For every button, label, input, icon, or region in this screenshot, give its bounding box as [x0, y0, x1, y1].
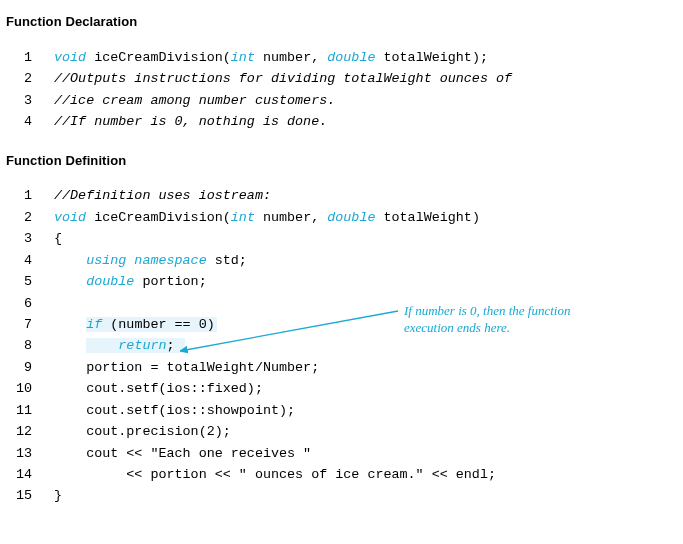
line-number: 2	[4, 68, 32, 89]
line-number: 4	[4, 111, 32, 132]
code-text: iceCreamDivision(	[86, 210, 231, 225]
keyword: void	[54, 210, 86, 225]
line-number: 9	[4, 357, 32, 378]
highlight: return;	[86, 338, 184, 353]
line-number: 6	[4, 293, 32, 314]
code-text: number,	[255, 50, 327, 65]
highlight: if (number == 0)	[86, 317, 217, 332]
line-number: 7	[4, 314, 32, 335]
code-line: 1 //Definition uses iostream:	[4, 185, 671, 206]
code-content: void iceCreamDivision(int number, double…	[32, 47, 488, 68]
comment: //ice cream among number customers.	[32, 90, 335, 111]
code-line: 2 void iceCreamDivision(int number, doub…	[4, 207, 671, 228]
code-text: number,	[255, 210, 327, 225]
line-number: 3	[4, 228, 32, 249]
code-text: (number == 0)	[102, 317, 215, 332]
code-line: 3 {	[4, 228, 671, 249]
section-heading-definition: Function Definition	[4, 151, 671, 172]
code-line: 14 << portion << " ounces of ice cream."…	[4, 464, 671, 485]
code-line: 2 //Outputs instructions for dividing to…	[4, 68, 671, 89]
comment: //Definition uses iostream:	[32, 185, 271, 206]
code-content: using namespace std;	[32, 250, 247, 271]
code-content: portion = totalWeight/Number;	[32, 357, 319, 378]
line-number: 15	[4, 485, 32, 506]
code-line: 13 cout << "Each one receives "	[4, 443, 671, 464]
code-line: 8 return;	[4, 335, 671, 356]
code-content: cout.setf(ios::showpoint);	[32, 400, 295, 421]
keyword: int	[231, 210, 255, 225]
code-content: cout.setf(ios::fixed);	[32, 378, 263, 399]
line-number: 8	[4, 335, 32, 356]
line-number: 13	[4, 443, 32, 464]
line-number: 14	[4, 464, 32, 485]
code-line: 7 if (number == 0)	[4, 314, 671, 335]
code-text: {	[32, 228, 62, 249]
code-text: cout << "Each one receives "	[86, 446, 311, 461]
code-content: void iceCreamDivision(int number, double…	[32, 207, 480, 228]
code-text: portion;	[134, 274, 206, 289]
comment: //If number is 0, nothing is done.	[32, 111, 327, 132]
keyword: return	[118, 338, 166, 353]
code-content: return;	[32, 335, 185, 356]
line-number: 1	[4, 47, 32, 68]
code-text: << portion << " ounces of ice cream." <<…	[86, 467, 496, 482]
section-heading-declaration: Function Declaration	[4, 12, 671, 33]
code-text: ;	[167, 338, 175, 353]
code-content: double portion;	[32, 271, 207, 292]
line-number: 10	[4, 378, 32, 399]
code-line: 4 using namespace std;	[4, 250, 671, 271]
code-text: portion = totalWeight/Number;	[86, 360, 319, 375]
code-content: if (number == 0)	[32, 314, 217, 335]
code-text: totalWeight)	[375, 210, 479, 225]
code-text: cout.setf(ios::fixed);	[86, 381, 263, 396]
code-content: << portion << " ounces of ice cream." <<…	[32, 464, 496, 485]
code-block-declaration: 1 void iceCreamDivision(int number, doub…	[4, 47, 671, 133]
keyword: void	[54, 50, 86, 65]
code-line: 15 }	[4, 485, 671, 506]
keyword: double	[327, 50, 375, 65]
code-text: cout.setf(ios::showpoint);	[86, 403, 295, 418]
code-block-definition: 1 //Definition uses iostream: 2 void ice…	[4, 185, 671, 507]
code-line: 11 cout.setf(ios::showpoint);	[4, 400, 671, 421]
code-content: cout << "Each one receives "	[32, 443, 311, 464]
code-line: 3 //ice cream among number customers.	[4, 90, 671, 111]
line-number: 2	[4, 207, 32, 228]
code-text: cout.precision(2);	[86, 424, 231, 439]
code-line: 10 cout.setf(ios::fixed);	[4, 378, 671, 399]
code-text: std;	[207, 253, 247, 268]
code-line: 1 void iceCreamDivision(int number, doub…	[4, 47, 671, 68]
keyword: using namespace	[86, 253, 207, 268]
keyword: double	[327, 210, 375, 225]
line-number: 4	[4, 250, 32, 271]
keyword: double	[86, 274, 134, 289]
comment: //Outputs instructions for dividing tota…	[32, 68, 512, 89]
line-number: 1	[4, 185, 32, 206]
line-number: 11	[4, 400, 32, 421]
code-content: cout.precision(2);	[32, 421, 231, 442]
line-number: 12	[4, 421, 32, 442]
keyword: if	[86, 317, 102, 332]
code-text: }	[32, 485, 62, 506]
code-line: 9 portion = totalWeight/Number;	[4, 357, 671, 378]
code-line: 6	[4, 293, 671, 314]
line-number: 5	[4, 271, 32, 292]
line-number: 3	[4, 90, 32, 111]
code-text: totalWeight);	[375, 50, 488, 65]
keyword: int	[231, 50, 255, 65]
code-text: iceCreamDivision(	[86, 50, 231, 65]
code-line: 12 cout.precision(2);	[4, 421, 671, 442]
code-line: 4 //If number is 0, nothing is done.	[4, 111, 671, 132]
code-line: 5 double portion;	[4, 271, 671, 292]
